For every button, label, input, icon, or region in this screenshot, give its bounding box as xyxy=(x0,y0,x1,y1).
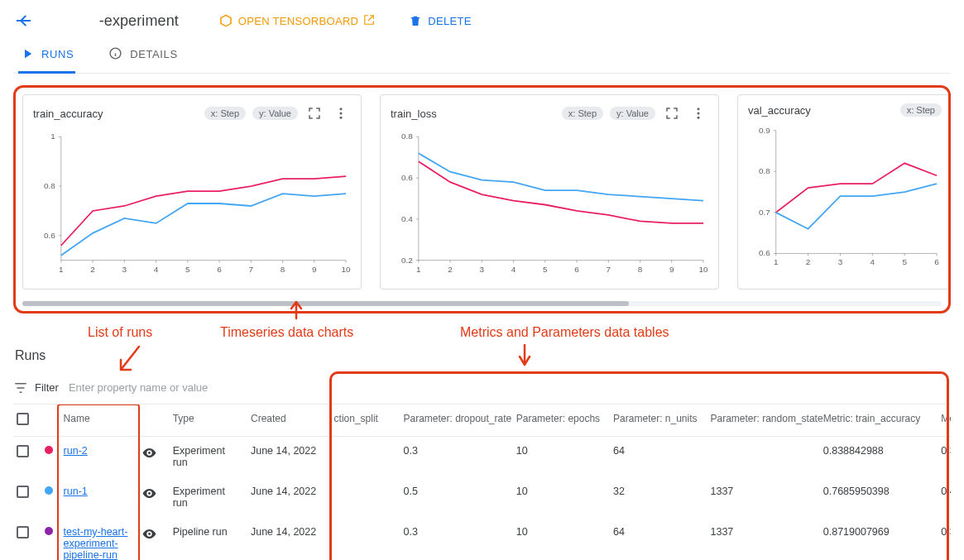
run-metric-train-loss: 0.3753838241 xyxy=(938,437,951,477)
chart-plot-area[interactable]: 0.60.8112345678910 xyxy=(33,127,351,284)
x-axis-pill: x: Step xyxy=(204,107,246,120)
chart-card: train_loss x: Step y: Value 0.20.40.60.8… xyxy=(380,94,719,290)
annotation-list-of-runs: List of runs xyxy=(88,325,152,340)
svg-text:0.8: 0.8 xyxy=(44,181,55,190)
svg-text:3: 3 xyxy=(122,265,127,274)
chart-plot-area[interactable]: 0.60.70.80.9123456 xyxy=(748,120,942,277)
col-metric-train-loss[interactable]: Metric: train_loss xyxy=(938,404,951,437)
row-checkbox[interactable] xyxy=(17,445,29,457)
runs-table-header: Name Type Created ction_split Parameter:… xyxy=(13,404,951,437)
run-param-nunits: 64 xyxy=(610,437,707,477)
svg-text:7: 7 xyxy=(607,265,611,274)
run-color-dot xyxy=(45,486,53,495)
svg-text:7: 7 xyxy=(249,265,254,274)
svg-text:9: 9 xyxy=(312,265,317,274)
svg-text:1: 1 xyxy=(59,265,64,274)
visibility-toggle-icon[interactable] xyxy=(141,492,157,504)
run-fraction-split xyxy=(331,477,400,518)
col-param-dropout[interactable]: Parameter: dropout_rate xyxy=(400,404,512,437)
run-type: Pipeline run xyxy=(170,518,247,561)
visibility-toggle-icon[interactable] xyxy=(141,452,157,463)
svg-point-1 xyxy=(340,108,343,110)
svg-text:4: 4 xyxy=(511,265,516,274)
col-name[interactable]: Name xyxy=(60,404,138,437)
svg-text:0.8: 0.8 xyxy=(401,132,413,141)
run-name-link[interactable]: test-my-heart-experiment-pipeline-run xyxy=(64,526,128,560)
run-param-dropout: 0.3 xyxy=(400,518,512,561)
col-param-random[interactable]: Parameter: random_state xyxy=(707,404,820,437)
run-created: June 14, 2022 xyxy=(247,477,331,518)
run-created: June 14, 2022 xyxy=(247,437,331,477)
col-param-epochs[interactable]: Parameter: epochs xyxy=(513,404,610,437)
col-type[interactable]: Type xyxy=(170,404,247,437)
svg-point-33 xyxy=(698,112,700,115)
filter-icon[interactable]: Filter xyxy=(13,381,59,395)
col-fraction-split[interactable]: ction_split xyxy=(331,404,400,437)
col-created[interactable]: Created xyxy=(247,404,331,437)
svg-text:1: 1 xyxy=(774,257,779,266)
run-param-epochs: 10 xyxy=(513,477,610,518)
tab-runs[interactable]: RUNS xyxy=(18,38,75,74)
table-row: test-my-heart-experiment-pipeline-run Pi… xyxy=(13,518,951,561)
visibility-toggle-icon[interactable] xyxy=(141,533,157,544)
delete-button[interactable]: DELETE xyxy=(406,10,472,31)
play-icon xyxy=(20,46,35,61)
row-checkbox[interactable] xyxy=(17,526,29,538)
x-axis-pill: x: Step xyxy=(900,103,942,117)
run-param-random xyxy=(707,437,820,477)
svg-point-3 xyxy=(340,117,343,119)
svg-text:2: 2 xyxy=(448,265,453,274)
table-row: run-2 Experiment run June 14, 2022 0.3 1… xyxy=(13,437,951,477)
svg-text:2: 2 xyxy=(806,257,811,266)
x-axis-pill: x: Step xyxy=(562,107,603,120)
svg-text:6: 6 xyxy=(217,265,222,274)
svg-text:6: 6 xyxy=(574,265,579,274)
svg-point-32 xyxy=(698,108,700,110)
svg-text:8: 8 xyxy=(638,265,643,274)
charts-horizontal-scrollbar[interactable] xyxy=(22,299,942,308)
chart-card: train_accuracy x: Step y: Value 0.60.811… xyxy=(22,94,362,290)
run-param-dropout: 0.3 xyxy=(400,437,512,477)
run-metric-train-loss: 0.4862858057 xyxy=(938,477,951,518)
tab-details[interactable]: DETAILS xyxy=(107,38,179,74)
run-fraction-split xyxy=(331,518,400,561)
svg-text:0.2: 0.2 xyxy=(401,256,413,265)
svg-text:5: 5 xyxy=(902,257,907,266)
fullscreen-icon[interactable] xyxy=(305,103,324,123)
run-param-random: 1337 xyxy=(707,518,820,561)
run-color-dot xyxy=(45,527,53,535)
run-metric-train-acc: 0.838842988 xyxy=(820,437,938,477)
run-type: Experiment run xyxy=(170,477,247,518)
run-name-link[interactable]: run-1 xyxy=(64,486,88,497)
fullscreen-icon[interactable] xyxy=(662,103,682,123)
runs-section-title: Runs xyxy=(15,348,951,363)
svg-text:0.6: 0.6 xyxy=(759,248,770,257)
svg-text:10: 10 xyxy=(341,265,351,274)
more-icon[interactable] xyxy=(331,103,351,123)
svg-point-2 xyxy=(340,112,343,115)
open-tensorboard-button[interactable]: OPEN TENSORBOARD xyxy=(217,10,376,31)
svg-text:0.8: 0.8 xyxy=(759,166,770,175)
select-all-checkbox[interactable] xyxy=(17,413,29,425)
filter-input[interactable] xyxy=(69,380,267,395)
col-param-nunits[interactable]: Parameter: n_units xyxy=(610,404,707,437)
annotation-metrics-params: Metrics and Parameters data tables xyxy=(460,325,669,340)
back-button[interactable] xyxy=(13,11,33,31)
run-param-nunits: 64 xyxy=(610,518,707,561)
run-type: Experiment run xyxy=(170,437,247,477)
run-created: June 14, 2022 xyxy=(247,518,331,561)
chart-plot-area[interactable]: 0.20.40.60.812345678910 xyxy=(391,127,708,284)
run-param-epochs: 10 xyxy=(513,437,610,477)
chart-title: val_accuracy xyxy=(748,104,811,117)
run-metric-train-acc: 0.8719007969 xyxy=(820,518,938,561)
svg-text:6: 6 xyxy=(934,257,939,266)
col-metric-train-acc[interactable]: Metric: train_accuracy xyxy=(820,404,938,437)
svg-text:5: 5 xyxy=(185,265,190,274)
y-axis-pill: y: Value xyxy=(610,107,655,120)
svg-text:0.4: 0.4 xyxy=(401,214,413,223)
row-checkbox[interactable] xyxy=(17,486,29,498)
tensorboard-icon xyxy=(218,13,233,28)
more-icon[interactable] xyxy=(688,103,708,123)
run-name-link[interactable]: run-2 xyxy=(64,445,88,457)
svg-text:3: 3 xyxy=(838,257,843,266)
